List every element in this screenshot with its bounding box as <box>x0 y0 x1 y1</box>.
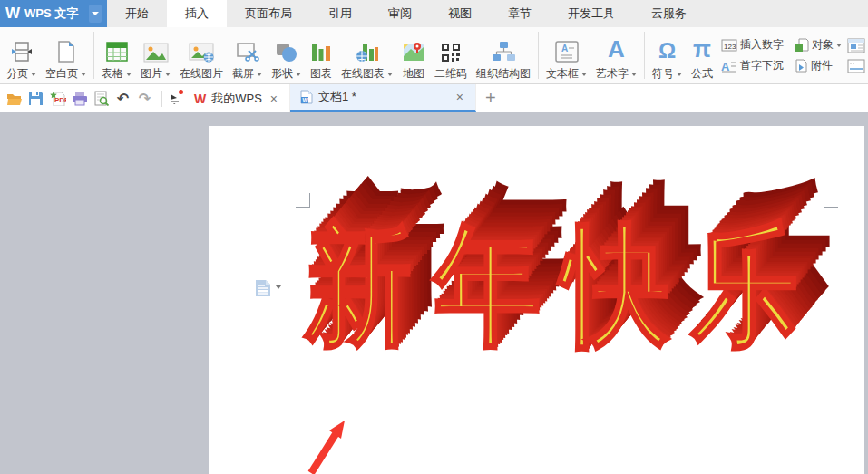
doc-tab-label: 我的WPS <box>211 91 262 107</box>
ribbon-item-formula[interactable]: π 公式 <box>687 29 717 82</box>
menu-bar: W WPS 文字 开始 插入 页面布局 引用 审阅 视图 章节 开发工具 云服务 <box>0 0 868 27</box>
app-title: WPS 文字 <box>24 5 78 22</box>
ribbon-label: 形状 <box>271 66 293 82</box>
ribbon-item-screenshot[interactable]: 截屏 <box>228 29 267 82</box>
chevron-down-icon <box>257 73 262 76</box>
tab-review[interactable]: 审阅 <box>370 0 430 27</box>
ribbon-item-shapes[interactable]: 形状 <box>267 29 306 82</box>
map-icon <box>402 34 425 63</box>
online-chart-icon <box>356 34 379 63</box>
qr-code-icon <box>440 34 462 63</box>
ribbon-label: 首字下沉 <box>740 58 784 73</box>
ribbon-label: 符号 <box>652 66 674 82</box>
date-icon[interactable] <box>847 37 865 53</box>
quick-toolbar: PDF ↶ ↷ W 我的WPS × W 文档1 * × + <box>0 84 868 112</box>
ribbon-label: 空白页 <box>45 66 78 82</box>
tab-cloud[interactable]: 云服务 <box>633 0 705 27</box>
wordart-happy-new-year[interactable]: 新年快乐 <box>305 220 820 351</box>
print-button[interactable] <box>70 89 89 108</box>
ribbon-item-qr-code[interactable]: 二维码 <box>430 29 472 82</box>
export-pdf-button[interactable]: PDF <box>48 89 67 108</box>
ribbon-item-chart[interactable]: 图表 <box>306 29 336 82</box>
chevron-down-icon <box>92 12 99 15</box>
close-icon[interactable]: × <box>268 92 280 106</box>
chart-icon <box>310 34 332 63</box>
ribbon-item-object[interactable]: 对象 <box>795 37 842 53</box>
ribbon-separator <box>644 32 645 79</box>
ribbon-item-text-box[interactable]: A 文本框 <box>541 29 591 82</box>
ribbon-item-map[interactable]: 地图 <box>397 29 430 82</box>
layout-options-button[interactable] <box>254 278 281 298</box>
document-workspace[interactable]: 新年快乐 <box>0 112 868 474</box>
save-button[interactable] <box>26 89 45 108</box>
svg-text:A: A <box>721 60 730 73</box>
ribbon-item-attachment[interactable]: 附件 <box>795 58 833 73</box>
tab-view[interactable]: 视图 <box>430 0 490 27</box>
doc-tab-my-wps[interactable]: W 我的WPS × <box>185 84 290 112</box>
redo-button[interactable]: ↷ <box>135 89 154 108</box>
ribbon-label: 文本框 <box>546 66 579 82</box>
omega-symbol-icon: Ω <box>658 34 676 63</box>
table-icon <box>105 34 129 63</box>
print-preview-button[interactable] <box>92 89 111 108</box>
chevron-down-icon <box>126 73 132 76</box>
ribbon-item-blank-page[interactable]: 空白页 <box>41 29 91 82</box>
ribbon-item-word-art[interactable]: A 艺术字 <box>591 29 641 82</box>
blank-page-icon <box>54 34 78 63</box>
ribbon-item-table[interactable]: 表格 <box>97 29 136 82</box>
chevron-down-icon <box>581 73 587 76</box>
ribbon-item-online-picture[interactable]: 在线图片 <box>175 29 228 82</box>
wps-home-icon: W <box>194 92 206 106</box>
app-logo[interactable]: W WPS 文字 <box>0 0 107 27</box>
tab-insert[interactable]: 插入 <box>167 0 227 27</box>
attachment-icon <box>795 59 808 73</box>
ribbon-item-drop-cap[interactable]: A 首字下沉 <box>721 58 784 73</box>
ribbon-label: 组织结构图 <box>476 66 531 82</box>
customize-toolbar-button[interactable] <box>165 89 185 108</box>
doc-tab-document1[interactable]: W 文档1 * × <box>290 84 476 112</box>
ribbon-item-online-chart[interactable]: 在线图表 <box>336 29 397 82</box>
ribbon-label: 分页 <box>6 66 28 82</box>
annotation-arrow <box>293 410 358 474</box>
object-icon <box>795 38 809 52</box>
online-picture-icon <box>189 34 214 63</box>
ribbon-label: 截屏 <box>232 66 254 82</box>
org-chart-icon <box>491 34 516 63</box>
margin-mark-top-right <box>824 193 838 208</box>
close-icon[interactable]: × <box>454 90 466 104</box>
ribbon-label: 图表 <box>310 66 332 82</box>
pen-icon <box>169 93 181 104</box>
open-file-button[interactable] <box>5 89 24 108</box>
tab-home[interactable]: 开始 <box>107 0 167 27</box>
ribbon-item-page-break[interactable]: 分页 <box>2 29 41 82</box>
ribbon-insert: 分页 空白页 表格 图片 在线图片 <box>0 27 868 84</box>
tab-page-layout[interactable]: 页面布局 <box>227 0 310 27</box>
new-tab-button[interactable]: + <box>476 84 505 112</box>
screenshot-icon <box>236 34 259 63</box>
ribbon-item-symbol[interactable]: Ω 符号 <box>648 29 687 82</box>
undo-button[interactable]: ↶ <box>113 89 132 108</box>
ribbon-item-insert-number[interactable]: 123 插入数字 <box>721 37 784 53</box>
toolbar-separator <box>161 91 162 107</box>
ribbon-separator <box>538 32 539 79</box>
app-menu-dropdown[interactable] <box>89 5 102 23</box>
chevron-down-icon <box>387 73 393 76</box>
chevron-down-icon <box>836 44 842 47</box>
tab-references[interactable]: 引用 <box>310 0 370 27</box>
tab-section[interactable]: 章节 <box>490 0 550 27</box>
save-icon <box>28 91 44 106</box>
svg-text:A: A <box>561 44 568 53</box>
ribbon-label: 表格 <box>102 66 123 82</box>
ribbon-item-picture[interactable]: 图片 <box>136 29 175 82</box>
chevron-down-icon <box>677 73 682 76</box>
ribbon-item-org-chart[interactable]: 组织结构图 <box>472 29 535 82</box>
notification-dot <box>179 90 183 94</box>
ribbon-separator <box>93 32 94 79</box>
ribbon-label: 对象 <box>812 37 834 53</box>
signature-line-icon[interactable] <box>847 59 865 73</box>
svg-text:123: 123 <box>724 42 736 50</box>
ribbon-label: 地图 <box>403 66 424 82</box>
ribbon-label: 在线图片 <box>180 66 223 82</box>
chevron-down-icon <box>165 73 171 76</box>
tab-developer[interactable]: 开发工具 <box>550 0 633 27</box>
